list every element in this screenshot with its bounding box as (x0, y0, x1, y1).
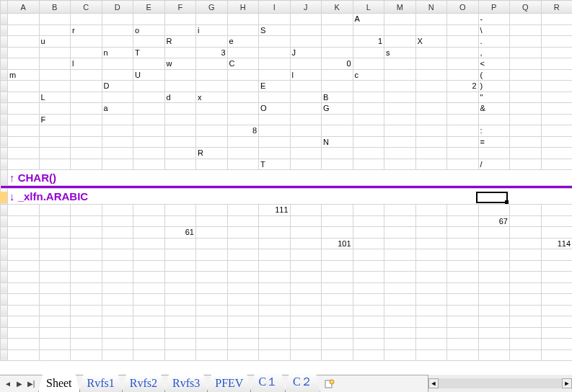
cell-N10[interactable] (415, 114, 447, 125)
sheet-tab-Rvfs2[interactable]: Rvfs2 (122, 375, 165, 393)
cell-F23[interactable] (164, 260, 196, 272)
cell-J13[interactable] (290, 148, 322, 159)
col-header-K[interactable]: K (322, 1, 353, 14)
cell-F4[interactable] (164, 47, 196, 58)
row-header[interactable] (1, 260, 8, 272)
cell-C31[interactable] (71, 349, 102, 361)
cell-C29[interactable] (71, 327, 102, 339)
cell-N27[interactable] (415, 305, 447, 316)
cell-K21[interactable]: 101 (322, 238, 353, 249)
cell-N22[interactable] (415, 249, 447, 261)
cell-E14[interactable] (133, 159, 165, 170)
cell-F25[interactable] (164, 282, 196, 294)
cell-A24[interactable] (8, 272, 40, 283)
cell-R13[interactable] (541, 148, 572, 159)
cell-G2[interactable]: i (196, 24, 228, 36)
cell-A31[interactable] (8, 349, 40, 361)
cell-E19[interactable] (133, 215, 165, 227)
cell-P20[interactable] (478, 227, 510, 239)
cell-B9[interactable] (39, 103, 71, 115)
cell-Q30[interactable] (510, 339, 542, 350)
cell-B3[interactable]: u (39, 36, 71, 48)
row-header[interactable] (1, 205, 8, 216)
cell-O21[interactable] (447, 238, 479, 249)
sheet-tab-PFEV[interactable]: PFEV (207, 375, 251, 393)
cell-H5[interactable]: C (227, 58, 259, 70)
cell-D1[interactable] (102, 14, 133, 25)
cell-M8[interactable] (384, 92, 416, 103)
col-header-P[interactable]: P (478, 1, 510, 14)
cell-F14[interactable] (164, 159, 196, 170)
cell-R20[interactable] (541, 227, 572, 239)
cell-A30[interactable] (8, 339, 40, 350)
cell-Q28[interactable] (510, 316, 542, 328)
cell-O29[interactable] (447, 327, 479, 339)
cell-H24[interactable] (227, 272, 259, 283)
cell-C6[interactable] (71, 69, 102, 81)
col-header-E[interactable]: E (133, 1, 165, 14)
cell-D23[interactable] (102, 260, 133, 272)
cell-Q1[interactable] (510, 14, 542, 25)
row-header[interactable] (1, 215, 8, 227)
cell-G24[interactable] (196, 272, 228, 283)
cell-E1[interactable] (133, 14, 165, 25)
cell-B21[interactable] (39, 238, 71, 249)
cell-D2[interactable] (102, 24, 133, 36)
cell-I27[interactable] (259, 305, 291, 316)
cell-R19[interactable] (541, 215, 572, 227)
cell-G26[interactable] (196, 294, 228, 306)
cell-N18[interactable] (415, 205, 447, 216)
row-header[interactable] (1, 47, 8, 58)
cell-P30[interactable] (478, 339, 510, 350)
cell-G8[interactable]: x (196, 92, 228, 103)
cell-R6[interactable] (541, 69, 572, 81)
cell-G4[interactable]: 3 (196, 47, 228, 58)
cell-A20[interactable] (8, 227, 40, 239)
cell-C13[interactable] (71, 148, 102, 159)
cell-J6[interactable]: l (290, 69, 322, 81)
cell-E22[interactable] (133, 249, 165, 261)
cell-K29[interactable] (322, 327, 353, 339)
cell-R7[interactable] (541, 81, 572, 92)
cell-L26[interactable] (353, 294, 384, 306)
cell-I7[interactable]: E (259, 81, 291, 92)
cell-I5[interactable] (259, 58, 291, 70)
cell-J28[interactable] (290, 316, 322, 328)
cell-E30[interactable] (133, 339, 165, 350)
cell-F30[interactable] (164, 339, 196, 350)
cell-B1[interactable] (39, 14, 71, 25)
cell-P13[interactable] (478, 148, 510, 159)
col-header-B[interactable]: B (39, 1, 71, 14)
row-header[interactable] (1, 58, 8, 70)
cell-M1[interactable] (384, 14, 416, 25)
cell-E9[interactable] (133, 103, 165, 115)
cell-R31[interactable] (541, 349, 572, 361)
cell-N8[interactable] (415, 92, 447, 103)
cell-L14[interactable] (353, 159, 384, 170)
cell-H27[interactable] (227, 305, 259, 316)
cell-E2[interactable]: o (133, 24, 165, 36)
cell-E24[interactable] (133, 272, 165, 283)
cell-D31[interactable] (102, 349, 133, 361)
cell-M20[interactable] (384, 227, 416, 239)
col-header-G[interactable]: G (196, 1, 228, 14)
cell-E12[interactable] (133, 136, 165, 148)
cell-O4[interactable] (447, 47, 479, 58)
cell-Q22[interactable] (510, 249, 542, 261)
cell-J11[interactable] (290, 125, 322, 137)
cell-L4[interactable] (353, 47, 384, 58)
cell-B5[interactable] (39, 58, 71, 70)
cell-R30[interactable] (541, 339, 572, 350)
cell-M5[interactable] (384, 58, 416, 70)
row-header[interactable] (1, 227, 8, 239)
cell-P2[interactable]: \ (478, 24, 510, 36)
cell-D7[interactable]: D (102, 81, 133, 92)
cell-M22[interactable] (384, 249, 416, 261)
cell-C20[interactable] (71, 227, 102, 239)
cell-L30[interactable] (353, 339, 384, 350)
cell-I6[interactable] (259, 69, 291, 81)
col-header-I[interactable]: I (259, 1, 291, 14)
cell-A21[interactable] (8, 238, 40, 249)
cell-L7[interactable] (353, 81, 384, 92)
cell-J30[interactable] (290, 339, 322, 350)
